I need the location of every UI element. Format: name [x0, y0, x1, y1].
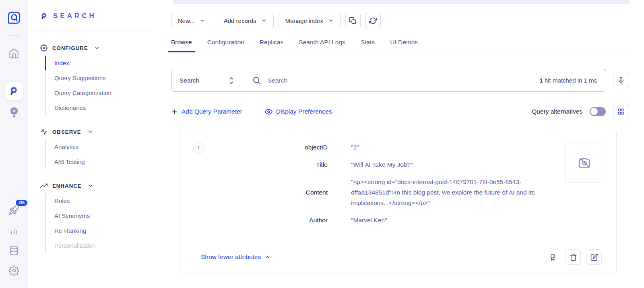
data-sources-icon[interactable] — [9, 245, 19, 256]
chevron-down-icon — [87, 182, 94, 189]
upgrade-rocket-icon[interactable]: 2/5 — [8, 205, 19, 215]
rail-item-search-active[interactable] — [5, 82, 23, 100]
sidebar: SEARCH CONFIGURE Index Query Suggestions… — [28, 0, 154, 288]
enhance-list: Rules AI Synonyms Re-Ranking Personaliza… — [45, 193, 154, 253]
main-panel: New... Add records Manage index — [155, 0, 644, 288]
refresh-icon — [369, 17, 377, 25]
select-arrows-icon — [228, 76, 235, 85]
monitoring-barchart-icon[interactable] — [9, 225, 19, 236]
sidebar-item-rules[interactable]: Rules — [45, 193, 154, 208]
new-index-button[interactable]: New... — [171, 13, 212, 28]
settings-gear-icon[interactable] — [9, 265, 19, 276]
tab-ui-demos[interactable]: UI Demos — [390, 39, 418, 52]
sidebar-item-re-ranking[interactable]: Re-Ranking — [45, 223, 154, 238]
result-card: 1 objectID "2" Title "Will AI Take My Jo… — [179, 130, 617, 273]
result-rank-badge: 1 — [193, 143, 204, 154]
query-alternatives-toggle[interactable] — [590, 107, 606, 116]
scrolled-banner-remnant — [173, 0, 629, 4]
display-preferences-link[interactable]: Display Preferences — [265, 108, 332, 116]
recommend-bulb-icon[interactable] — [8, 106, 20, 118]
add-query-parameter-link[interactable]: Add Query Parameter — [171, 108, 242, 115]
chevron-down-icon — [261, 18, 267, 23]
show-fewer-attributes-link[interactable]: Show fewer attributes — [201, 253, 270, 261]
query-controls-row: Add Query Parameter Display Preferences … — [171, 104, 629, 119]
chevron-up-icon — [264, 254, 270, 260]
edit-pencil-icon — [590, 253, 598, 261]
index-tabs: Browse Configuration Replicas Search API… — [171, 39, 629, 52]
attribute-value: "Marvel Ken" — [328, 215, 563, 226]
section-label: OBSERVE — [52, 129, 81, 135]
attribute-list: objectID "2" Title "Will AI Take My Job?… — [180, 130, 616, 226]
attribute-row: objectID "2" — [180, 142, 616, 153]
search-icon — [252, 76, 261, 85]
ranking-info-icon[interactable] — [548, 253, 557, 262]
section-header-observe[interactable]: OBSERVE — [40, 128, 154, 135]
attribute-row: Content "<p><strong id="docs-internal-gu… — [180, 177, 616, 208]
sidebar-divider — [28, 31, 154, 31]
product-name: SEARCH — [53, 12, 97, 20]
product-brand: SEARCH — [40, 12, 154, 20]
record-image-placeholder — [565, 143, 603, 183]
attribute-value: "<p><strong id="docs-internal-guid-14079… — [328, 177, 563, 208]
search-product-icon — [9, 86, 19, 96]
section-label: ENHANCE — [52, 183, 82, 189]
chevron-down-icon — [87, 128, 93, 135]
hits-status: 1 hit matched in 1 ms — [539, 77, 597, 84]
gear-icon — [40, 44, 47, 52]
chevron-down-icon — [328, 18, 334, 23]
microphone-icon — [617, 77, 625, 84]
copy-icon — [349, 17, 357, 25]
sidebar-item-ai-synonyms[interactable]: AI Synonyms — [45, 208, 154, 223]
voice-search-button[interactable] — [613, 73, 629, 88]
algolia-logo-icon[interactable] — [7, 10, 21, 25]
chevron-down-icon — [200, 18, 205, 23]
tab-browse[interactable]: Browse — [171, 39, 192, 52]
attribute-value: "2" — [328, 142, 563, 153]
grid-icon — [617, 108, 625, 115]
section-header-enhance[interactable]: ENHANCE — [40, 182, 154, 189]
attribute-name: Title — [180, 160, 328, 170]
app-icon-rail: 2/5 — [0, 0, 28, 288]
tab-replicas[interactable]: Replicas — [260, 39, 283, 52]
trial-usage-badge: 2/5 — [15, 199, 28, 207]
tab-configuration[interactable]: Configuration — [207, 39, 244, 52]
search-mode-select[interactable]: Search — [171, 69, 242, 91]
eye-icon — [265, 108, 272, 116]
manage-index-button[interactable]: Manage index — [279, 13, 341, 28]
attribute-row: Title "Will AI Take My Job?" — [180, 160, 616, 170]
sidebar-item-analytics[interactable]: Analytics — [45, 139, 154, 154]
section-label: CONFIGURE — [52, 45, 88, 51]
home-icon[interactable] — [8, 48, 19, 59]
tab-stats[interactable]: Stats — [361, 39, 375, 52]
configure-list: Index Query Suggestions Query Categoriza… — [45, 56, 154, 115]
sidebar-nav: CONFIGURE Index Query Suggestions Query … — [28, 44, 154, 253]
attribute-name: Author — [180, 215, 328, 226]
sidebar-item-personalization[interactable]: Personalization — [45, 238, 154, 253]
sidebar-item-ab-testing[interactable]: A/B Testing — [45, 154, 154, 169]
index-toolbar: New... Add records Manage index — [171, 13, 629, 28]
observe-list: Analytics A/B Testing — [45, 139, 154, 169]
refresh-button[interactable] — [365, 13, 381, 28]
chevron-down-icon — [94, 45, 100, 51]
query-alternatives-label: Query alternatives — [532, 108, 582, 115]
toggle-knob — [590, 108, 598, 115]
tab-search-api-logs[interactable]: Search API Logs — [299, 39, 345, 52]
section-header-configure[interactable]: CONFIGURE — [40, 44, 154, 52]
attribute-row: Author "Marvel Ken" — [180, 215, 616, 226]
camera-off-icon — [578, 157, 590, 169]
add-records-button[interactable]: Add records — [217, 13, 274, 28]
search-input[interactable] — [268, 77, 533, 84]
search-brand-icon — [40, 12, 48, 20]
sidebar-item-query-categorization[interactable]: Query Categorization — [45, 85, 154, 100]
sidebar-item-query-suggestions[interactable]: Query Suggestions — [45, 70, 154, 85]
copy-index-button[interactable] — [345, 13, 361, 28]
sidebar-item-dictionaries[interactable]: Dictionaries — [45, 100, 154, 115]
trash-icon — [570, 253, 577, 261]
attribute-value: "Will AI Take My Job?" — [328, 160, 563, 170]
layout-grid-button[interactable] — [613, 104, 629, 119]
delete-record-button[interactable] — [566, 249, 581, 265]
sidebar-item-index[interactable]: Index — [45, 56, 154, 70]
search-row: Search 1 hit matched in 1 ms — [171, 69, 629, 92]
search-mode-value: Search — [180, 77, 199, 84]
edit-record-button[interactable] — [586, 249, 602, 265]
